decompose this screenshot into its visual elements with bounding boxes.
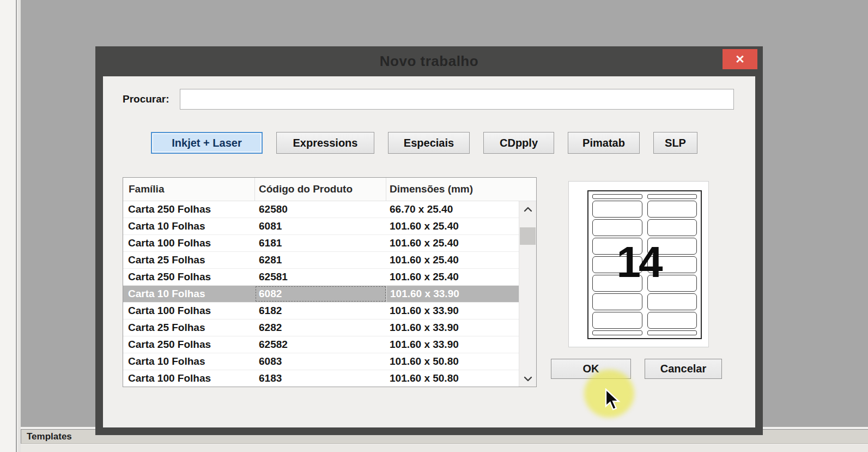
tab-expressions[interactable]: Expressions (276, 132, 374, 154)
dialog-title: Novo trabalho (380, 53, 478, 70)
table-cell: 6183 (255, 370, 386, 387)
table-row[interactable]: Carta 250 Folhas62581101.60 x 25.40 (123, 269, 536, 286)
table-cell: 6181 (255, 235, 386, 251)
label-strip (592, 194, 642, 199)
sheet-column (647, 194, 697, 335)
table-cell: 6182 (255, 303, 386, 319)
table-cell: 101.60 x 33.90 (386, 303, 536, 319)
label-cell (647, 275, 697, 292)
statusbar-templates-label[interactable]: Templates (27, 431, 72, 442)
table-cell: 101.60 x 33.90 (386, 336, 536, 353)
label-strip (647, 330, 697, 335)
tab-cdpply[interactable]: CDpply (483, 132, 554, 154)
label-cell (592, 201, 642, 218)
label-cell (647, 219, 697, 236)
table-cell: 66.70 x 25.40 (386, 201, 536, 218)
label-strip (647, 194, 697, 199)
scroll-up-button[interactable] (519, 201, 536, 217)
table-cell: 6281 (255, 252, 386, 268)
search-input[interactable] (180, 89, 734, 110)
scrollbar-thumb[interactable] (520, 227, 536, 245)
mouse-cursor (603, 388, 624, 412)
label-cell (592, 312, 642, 329)
label-preview-panel: 14 (568, 181, 709, 347)
label-strip (592, 330, 642, 335)
table-cell: 6282 (255, 320, 386, 336)
label-cell (592, 219, 642, 236)
bottom-strip (21, 444, 868, 452)
product-table: Família Código do Produto Dimensões (mm)… (123, 177, 537, 387)
table-body: Carta 250 Folhas6258066.70 x 25.40Carta … (123, 201, 536, 387)
label-cell (647, 238, 697, 255)
table-cell: 101.60 x 25.40 (386, 252, 536, 268)
table-cell: Carta 250 Folhas (123, 269, 255, 285)
table-cell: 6083 (255, 353, 386, 370)
table-cell: 101.60 x 33.90 (386, 286, 536, 302)
table-cell: 62580 (255, 201, 386, 218)
table-cell: 101.60 x 50.80 (386, 370, 536, 387)
table-row[interactable]: Carta 10 Folhas6082101.60 x 33.90 (123, 286, 536, 303)
table-cell: 101.60 x 50.80 (386, 353, 536, 370)
table-cell: Carta 10 Folhas (123, 218, 255, 234)
chevron-down-icon (524, 376, 532, 382)
table-cell: 101.60 x 25.40 (386, 218, 536, 234)
tab-slp[interactable]: SLP (653, 132, 697, 154)
left-window-strip (0, 0, 17, 452)
table-cell: 62582 (255, 336, 386, 353)
close-icon: ✕ (735, 53, 745, 66)
table-cell: Carta 25 Folhas (123, 252, 255, 268)
table-cell: Carta 100 Folhas (123, 370, 255, 387)
tab-pimatab[interactable]: Pimatab (568, 132, 640, 154)
column-header-dimensoes[interactable]: Dimensões (mm) (386, 178, 536, 201)
table-cell: Carta 100 Folhas (123, 235, 255, 251)
label-cell (592, 293, 642, 310)
table-row[interactable]: Carta 250 Folhas6258066.70 x 25.40 (123, 201, 536, 218)
close-button[interactable]: ✕ (723, 49, 757, 69)
table-row[interactable]: Carta 10 Folhas6081101.60 x 25.40 (123, 218, 536, 235)
table-row[interactable]: Carta 100 Folhas6182101.60 x 33.90 (123, 303, 536, 320)
label-cell (592, 238, 642, 255)
label-cell (647, 201, 697, 218)
search-label: Procurar: (123, 89, 169, 110)
tab-inkjet-laser[interactable]: Inkjet + Laser (151, 132, 263, 154)
dialog-body: Procurar: Inkjet + LaserExpressionsEspec… (103, 76, 755, 427)
table-cell: Carta 25 Folhas (123, 320, 255, 336)
cancel-button[interactable]: Cancelar (645, 359, 722, 379)
table-cell: Carta 100 Folhas (123, 303, 255, 319)
table-cell: Carta 10 Folhas (123, 353, 255, 370)
column-header-codigo[interactable]: Código do Produto (255, 178, 386, 201)
category-tabs: Inkjet + LaserExpressionsEspeciaisCDpply… (151, 132, 697, 154)
table-header: Família Código do Produto Dimensões (mm) (123, 178, 536, 201)
dialog-titlebar[interactable]: Novo trabalho ✕ (95, 46, 763, 76)
tab-especiais[interactable]: Especiais (388, 132, 470, 154)
label-cell (592, 256, 642, 273)
table-cell: 101.60 x 25.40 (386, 235, 536, 251)
vertical-scrollbar[interactable] (519, 201, 536, 387)
table-cell: 62581 (255, 269, 386, 285)
table-cell: Carta 250 Folhas (123, 201, 255, 218)
table-row[interactable]: Carta 25 Folhas6282101.60 x 33.90 (123, 320, 536, 336)
table-cell: 101.60 x 33.90 (386, 320, 536, 336)
table-row[interactable]: Carta 25 Folhas6281101.60 x 25.40 (123, 252, 536, 269)
label-cell (592, 275, 642, 292)
scroll-down-button[interactable] (519, 371, 536, 387)
table-cell: 6082 (255, 286, 386, 302)
table-cell: 101.60 x 25.40 (386, 269, 536, 285)
table-row[interactable]: Carta 10 Folhas6083101.60 x 50.80 (123, 353, 536, 370)
table-cell: Carta 250 Folhas (123, 336, 255, 353)
table-row[interactable]: Carta 100 Folhas6183101.60 x 50.80 (123, 370, 536, 387)
table-row[interactable]: Carta 250 Folhas62582101.60 x 33.90 (123, 336, 536, 353)
label-cell (647, 293, 697, 310)
sheet-column (592, 194, 642, 335)
label-sheet (587, 190, 702, 339)
column-header-familia[interactable]: Família (123, 178, 255, 201)
table-row[interactable]: Carta 100 Folhas6181101.60 x 25.40 (123, 235, 536, 252)
chevron-up-icon (524, 207, 532, 212)
table-cell: Carta 10 Folhas (123, 286, 255, 302)
label-cell (647, 256, 697, 273)
table-cell: 6081 (255, 218, 386, 234)
label-cell (647, 312, 697, 329)
new-job-dialog: Novo trabalho ✕ Procurar: Inkjet + Laser… (95, 46, 763, 435)
